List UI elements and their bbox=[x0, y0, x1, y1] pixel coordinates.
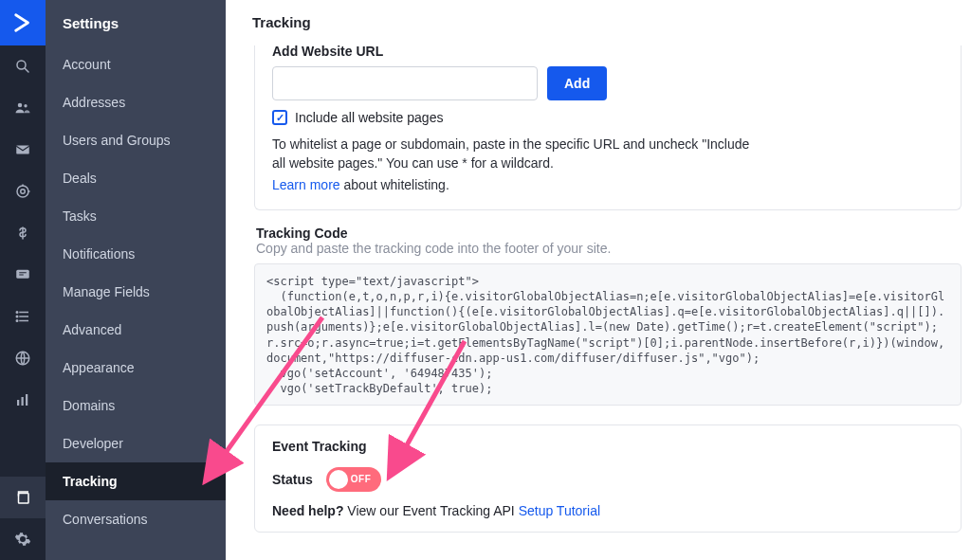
message-icon[interactable] bbox=[0, 254, 46, 296]
settings-gear-icon[interactable] bbox=[0, 518, 46, 560]
svg-point-5 bbox=[17, 186, 28, 197]
whitelist-description: To whitelist a page or subdomain, paste … bbox=[272, 135, 765, 173]
sidebar-title: Settings bbox=[46, 0, 226, 45]
sidebar-item-appearance[interactable]: Appearance bbox=[46, 349, 226, 387]
add-button[interactable]: Add bbox=[547, 66, 607, 100]
svg-rect-4 bbox=[16, 146, 29, 154]
tracking-code-header: Tracking Code Copy and paste the trackin… bbox=[256, 226, 962, 256]
main-panel: Tracking Add Website URL Add ✓ Include a… bbox=[226, 0, 971, 560]
svg-rect-18 bbox=[19, 494, 29, 504]
search-icon[interactable] bbox=[0, 45, 46, 87]
svg-rect-16 bbox=[22, 397, 24, 406]
add-website-card: Add Website URL Add ✓ Include all websit… bbox=[254, 45, 962, 210]
svg-point-11 bbox=[16, 312, 18, 314]
learn-more-link[interactable]: Learn more bbox=[272, 177, 340, 192]
svg-point-12 bbox=[16, 316, 18, 317]
sidebar-item-users-groups[interactable]: Users and Groups bbox=[46, 121, 226, 159]
svg-point-13 bbox=[16, 320, 18, 322]
include-all-pages-checkbox[interactable]: ✓ bbox=[272, 110, 287, 125]
sidebar-item-advanced[interactable]: Advanced bbox=[46, 311, 226, 349]
svg-rect-7 bbox=[16, 270, 29, 279]
sidebar-item-developer[interactable]: Developer bbox=[46, 425, 226, 462]
status-label: Status bbox=[272, 472, 313, 487]
tracking-code-sub: Copy and paste the tracking code into th… bbox=[256, 241, 962, 256]
event-tracking-help: Need help? View our Event Tracking API S… bbox=[272, 503, 944, 518]
svg-rect-15 bbox=[17, 400, 19, 406]
include-all-pages-label: Include all website pages bbox=[295, 110, 443, 125]
mail-icon[interactable] bbox=[0, 129, 46, 171]
website-url-input[interactable] bbox=[272, 66, 538, 100]
svg-line-1 bbox=[25, 68, 28, 72]
svg-point-0 bbox=[17, 61, 26, 69]
sidebar-item-account[interactable]: Account bbox=[46, 45, 226, 83]
reports-icon[interactable] bbox=[0, 379, 46, 421]
sidebar-item-conversations[interactable]: Conversations bbox=[46, 500, 226, 538]
sidebar-item-notifications[interactable]: Notifications bbox=[46, 235, 226, 273]
sidebar-item-deals[interactable]: Deals bbox=[46, 159, 226, 197]
svg-point-2 bbox=[18, 103, 23, 108]
tracking-code-box[interactable]: <script type="text/javascript"> (functio… bbox=[254, 263, 962, 406]
globe-icon[interactable] bbox=[0, 337, 46, 379]
list-icon[interactable] bbox=[0, 296, 46, 337]
event-tracking-title: Event Tracking bbox=[272, 439, 944, 454]
svg-point-6 bbox=[21, 190, 26, 194]
add-url-label: Add Website URL bbox=[272, 45, 944, 59]
settings-sidebar: Settings Account Addresses Users and Gro… bbox=[46, 0, 226, 560]
svg-rect-17 bbox=[26, 394, 27, 406]
svg-point-3 bbox=[24, 104, 27, 107]
windows-icon[interactable] bbox=[0, 477, 46, 518]
target-icon[interactable] bbox=[0, 171, 46, 212]
status-toggle[interactable]: OFF bbox=[326, 467, 381, 492]
icon-rail bbox=[0, 0, 46, 560]
contacts-icon[interactable] bbox=[0, 87, 46, 129]
sidebar-item-tracking[interactable]: Tracking bbox=[46, 462, 226, 500]
setup-tutorial-link[interactable]: Setup Tutorial bbox=[519, 503, 600, 518]
brand-logo[interactable] bbox=[0, 0, 46, 45]
event-tracking-card: Event Tracking Status OFF Need help? Vie… bbox=[254, 425, 962, 533]
tracking-code-title: Tracking Code bbox=[256, 226, 962, 241]
page-title: Tracking bbox=[226, 0, 971, 45]
sidebar-item-domains[interactable]: Domains bbox=[46, 387, 226, 425]
deals-icon[interactable] bbox=[0, 212, 46, 254]
sidebar-item-manage-fields[interactable]: Manage Fields bbox=[46, 273, 226, 311]
sidebar-item-tasks[interactable]: Tasks bbox=[46, 197, 226, 235]
sidebar-item-addresses[interactable]: Addresses bbox=[46, 83, 226, 121]
